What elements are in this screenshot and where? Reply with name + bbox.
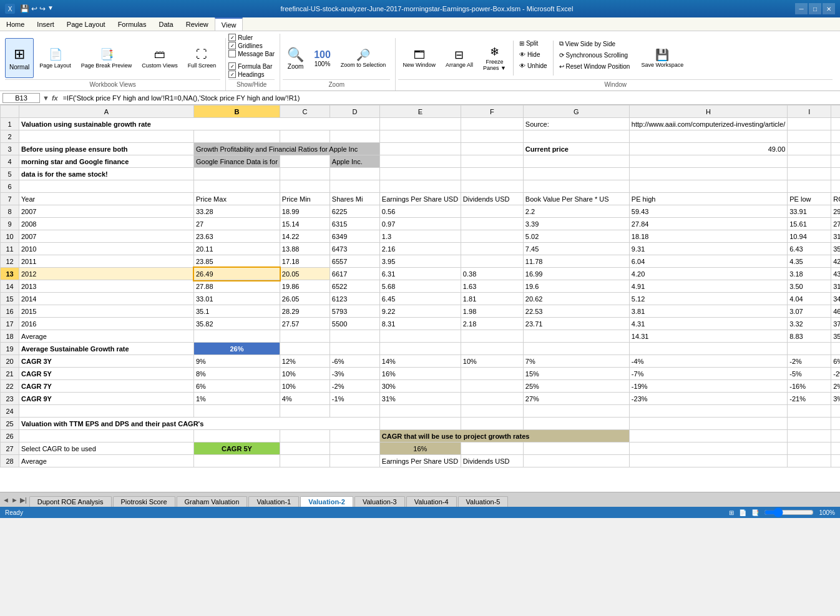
view-side-by-side-btn[interactable]: ⧉ View Side by Side — [556, 38, 633, 49]
cell[interactable] — [523, 155, 629, 168]
row-header-6[interactable]: 6 — [1, 180, 19, 193]
cell[interactable]: 28.29 — [280, 305, 330, 318]
cell[interactable]: 15.14 — [280, 218, 330, 230]
cell[interactable] — [461, 442, 523, 455]
cell[interactable]: 4.31 — [629, 318, 787, 330]
cell[interactable] — [629, 343, 787, 355]
cell[interactable] — [379, 118, 461, 130]
cell[interactable]: 9.22 — [379, 305, 461, 318]
sheet-tab-valuation-1[interactable]: Valuation-1 — [248, 496, 299, 507]
cell[interactable] — [194, 430, 280, 442]
cell[interactable]: 1.3 — [379, 230, 461, 243]
row-header-7[interactable]: 7 — [1, 193, 19, 205]
col-header-row[interactable] — [1, 105, 19, 118]
cell[interactable]: 4.20 — [629, 268, 787, 280]
cell[interactable]: 2012 — [19, 268, 194, 280]
cell[interactable] — [831, 130, 840, 143]
save-workspace-btn[interactable]: 💾 Save Workspace — [637, 38, 688, 78]
cell[interactable]: Average — [19, 330, 194, 343]
cell[interactable]: 12% — [280, 355, 330, 368]
cell[interactable]: 5793 — [330, 305, 379, 318]
cell[interactable] — [280, 330, 330, 343]
cell[interactable]: 1.98 — [461, 305, 523, 318]
cell[interactable] — [280, 455, 330, 467]
cell[interactable] — [831, 405, 840, 418]
cell[interactable] — [629, 168, 787, 180]
cell[interactable]: 35.1 — [194, 305, 280, 318]
cell[interactable] — [19, 405, 194, 418]
sync-scroll-btn[interactable]: ⟳ Synchronous Scrolling — [556, 50, 633, 61]
cell[interactable]: -19% — [629, 380, 787, 393]
cell[interactable]: 29% — [831, 205, 840, 218]
cell[interactable]: Select CAGR to be used — [19, 442, 194, 455]
cell[interactable]: 6349 — [330, 230, 379, 243]
cell[interactable] — [280, 168, 330, 180]
cell[interactable]: 20.11 — [194, 243, 280, 255]
cell[interactable] — [523, 330, 629, 343]
cell[interactable] — [831, 143, 840, 155]
cell[interactable] — [461, 380, 523, 393]
cell[interactable]: ROE% — [831, 193, 840, 205]
row-header-25[interactable]: 25 — [1, 418, 19, 430]
menu-page-layout[interactable]: Page Layout — [61, 17, 112, 31]
cell[interactable]: Dividends USD — [461, 193, 523, 205]
col-header-I[interactable]: I — [788, 105, 831, 118]
cell[interactable] — [330, 405, 379, 418]
row-header-3[interactable]: 3 — [1, 143, 19, 155]
cell[interactable]: 6225 — [330, 205, 379, 218]
cell[interactable]: 6557 — [330, 255, 379, 268]
zoom-100-btn[interactable]: 100 100% — [310, 38, 335, 78]
cell[interactable] — [19, 180, 194, 193]
cell[interactable]: 17.18 — [280, 255, 330, 268]
cell[interactable] — [280, 130, 330, 143]
cell[interactable]: CAGR 9Y — [19, 393, 194, 405]
sheet-tab-dupont-roe-analysis[interactable]: Dupont ROE Analysis — [29, 496, 112, 507]
col-header-B[interactable]: B — [194, 105, 280, 118]
cell[interactable] — [19, 430, 194, 442]
cell[interactable]: 2.16 — [379, 243, 461, 255]
cell[interactable]: -7% — [629, 368, 787, 380]
cell[interactable] — [461, 230, 523, 243]
cell[interactable] — [788, 343, 831, 355]
cell[interactable]: 10% — [280, 380, 330, 393]
restore-btn[interactable]: □ — [809, 3, 821, 14]
hide-btn[interactable]: 👁 Hide — [516, 49, 550, 60]
cell[interactable]: CAGR that will be use to project growth … — [379, 430, 629, 442]
cell[interactable]: Before using please ensure both — [19, 143, 194, 155]
row-header-23[interactable]: 23 — [1, 393, 19, 405]
cell[interactable]: 2007 — [19, 230, 194, 243]
cell[interactable]: 15% — [523, 368, 629, 380]
cell[interactable]: -21% — [788, 393, 831, 405]
cell[interactable]: -2% — [831, 368, 840, 380]
cell[interactable] — [461, 393, 523, 405]
col-header-J[interactable]: J — [831, 105, 840, 118]
cell[interactable]: 1.63 — [461, 280, 523, 293]
cell[interactable]: 26.05 — [280, 293, 330, 305]
cell[interactable]: 20.05 — [280, 268, 330, 280]
cell[interactable]: 23.85 — [194, 255, 280, 268]
cell[interactable]: 2014 — [19, 293, 194, 305]
cell[interactable]: 16.99 — [523, 268, 629, 280]
cell[interactable]: 2013 — [19, 280, 194, 293]
cell[interactable]: 1.81 — [461, 293, 523, 305]
sheet-tab-piotroski-score[interactable]: Piotroski Score — [113, 496, 175, 507]
cell[interactable] — [523, 343, 629, 355]
row-header-21[interactable]: 21 — [1, 368, 19, 380]
zoom-slider[interactable] — [764, 509, 814, 516]
cell[interactable] — [330, 330, 379, 343]
cell[interactable]: 27% — [523, 393, 629, 405]
cell[interactable]: Price Max — [194, 193, 280, 205]
cell[interactable]: 2007 — [19, 205, 194, 218]
cell[interactable]: Earnings Per Share USD — [379, 193, 461, 205]
cell[interactable]: 3.07 — [788, 305, 831, 318]
cell[interactable]: 3% — [831, 393, 840, 405]
cell[interactable]: -1% — [330, 393, 379, 405]
cell[interactable]: 0.38 — [461, 268, 523, 280]
view-normal-icon[interactable]: ⊞ — [729, 509, 734, 516]
cell[interactable]: 6617 — [330, 268, 379, 280]
cell[interactable]: 35% — [831, 330, 840, 343]
cell[interactable] — [629, 130, 787, 143]
cell[interactable]: 4.35 — [788, 255, 831, 268]
cell[interactable]: PE high — [629, 193, 787, 205]
cell[interactable] — [788, 130, 831, 143]
